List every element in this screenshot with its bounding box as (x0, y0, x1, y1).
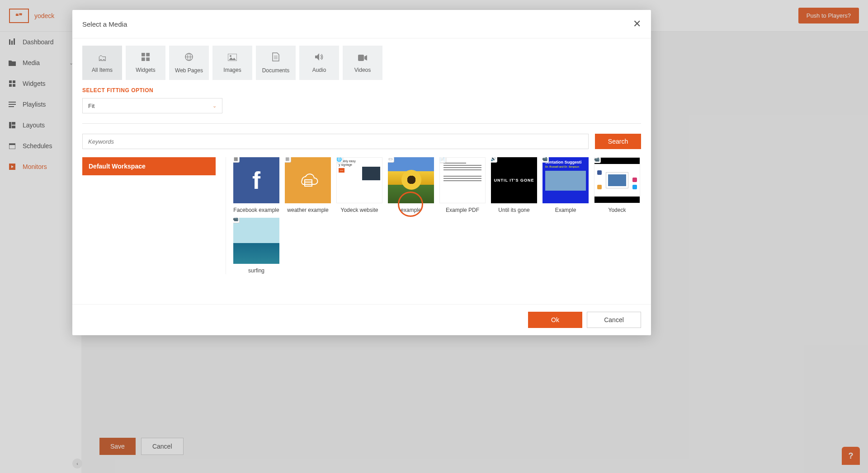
media-item-yodeck-website[interactable]: ratably easyy signage— 🌐 Yodeck website (335, 157, 383, 214)
svg-rect-17 (146, 53, 150, 56)
tab-videos[interactable]: Videos (343, 46, 382, 80)
thumbnail: ▦ (285, 157, 331, 203)
media-item-surfing[interactable]: 📹 surfing (232, 218, 280, 275)
thumbnail: 📄 (439, 157, 486, 203)
media-grid: f ▦ Facebook example ▦ weather example r… (226, 157, 641, 274)
fitting-select[interactable]: Fit ⌄ (82, 98, 222, 113)
tab-web-pages[interactable]: Web Pages (169, 46, 209, 80)
tab-label: Images (223, 67, 241, 73)
tab-label: Audio (312, 67, 326, 73)
workspace-column: Default Workspace (82, 157, 216, 274)
thumbnail: f ▦ (233, 157, 279, 203)
video-icon (358, 53, 367, 63)
media-label: Yodeck website (341, 207, 378, 214)
fitting-value: Fit (88, 103, 94, 109)
media-label: example (401, 207, 421, 214)
media-label: Facebook example (233, 207, 279, 214)
tab-label: Videos (354, 67, 371, 73)
ok-button[interactable]: Ok (528, 312, 582, 328)
modal-footer: Ok Cancel (72, 304, 651, 335)
thumbnail: UNTIL IT'S GONE 🔊 (491, 157, 537, 203)
tab-label: All Items (92, 67, 113, 73)
media-item-example-image[interactable]: ▭ example (387, 157, 435, 214)
tab-label: Widgets (136, 67, 155, 73)
close-icon: ✕ (633, 18, 641, 29)
thumbnail: sentation Suggesti Dr. Russell and Dr. S… (542, 157, 589, 203)
modal-body: 🗂 All Items Widgets Web Pages Images (72, 38, 651, 304)
document-badge-icon: 📄 (439, 157, 446, 163)
tab-label: Documents (262, 67, 290, 74)
thumbnail: 📹 (233, 218, 279, 264)
fitting-option-label: SELECT FITTING OPTION (82, 87, 641, 94)
grid-icon (142, 53, 150, 63)
modal-title: Select a Media (82, 20, 127, 28)
video-badge-icon: 📹 (542, 157, 549, 163)
video-badge-icon: 📹 (233, 218, 240, 223)
thumbnail: ratably easyy signage— 🌐 (336, 157, 382, 203)
media-item-yodeck-video[interactable]: 📹 Yodeck (593, 157, 641, 214)
image-badge-icon: ▭ (388, 157, 394, 163)
webpage-badge-icon: 🌐 (336, 157, 343, 163)
search-button[interactable]: Search (595, 134, 641, 149)
svg-rect-29 (305, 180, 312, 186)
tab-images[interactable]: Images (212, 46, 252, 80)
audio-badge-icon: 🔊 (491, 157, 497, 163)
media-label: Example (555, 207, 576, 214)
folder-icon: 🗂 (98, 53, 107, 63)
media-item-example-video[interactable]: sentation Suggesti Dr. Russell and Dr. S… (542, 157, 590, 214)
media-label: Example PDF (446, 207, 479, 214)
tab-label: Web Pages (175, 67, 203, 74)
media-item-facebook[interactable]: f ▦ Facebook example (232, 157, 280, 214)
tab-widgets[interactable]: Widgets (126, 46, 165, 80)
search-row: Search (82, 134, 641, 149)
svg-rect-19 (146, 57, 150, 61)
thumbnail: 📹 (594, 157, 640, 203)
media-label: surfing (248, 267, 264, 275)
modal-header: Select a Media ✕ (72, 10, 651, 38)
media-item-until-its-gone[interactable]: UNTIL IT'S GONE 🔊 Until its gone (490, 157, 538, 214)
thumbnail: ▭ (388, 157, 434, 203)
media-label: Yodeck (609, 207, 626, 214)
tab-all-items[interactable]: 🗂 All Items (82, 46, 122, 80)
workspace-default[interactable]: Default Workspace (82, 157, 216, 175)
content-row: Default Workspace f ▦ Facebook example ▦… (82, 157, 641, 274)
chevron-down-icon: ⌄ (212, 103, 217, 109)
media-type-tabs: 🗂 All Items Widgets Web Pages Images (82, 46, 641, 80)
audio-icon (315, 53, 324, 63)
media-item-pdf[interactable]: 📄 Example PDF (439, 157, 486, 214)
tab-documents[interactable]: Documents (256, 46, 296, 80)
video-badge-icon: 📹 (594, 157, 601, 163)
image-icon (228, 53, 237, 63)
tab-audio[interactable]: Audio (299, 46, 339, 80)
svg-rect-28 (358, 55, 364, 61)
close-button[interactable]: ✕ (633, 18, 641, 30)
media-label: weather example (287, 207, 328, 214)
cancel-button[interactable]: Cancel (587, 312, 641, 328)
globe-icon (184, 52, 193, 64)
document-icon (272, 52, 279, 64)
svg-rect-18 (142, 57, 145, 61)
svg-rect-16 (142, 53, 145, 56)
widget-badge-icon: ▦ (233, 157, 240, 163)
divider (82, 123, 641, 124)
select-media-modal: Select a Media ✕ 🗂 All Items Widgets Web… (72, 10, 651, 335)
search-input[interactable] (82, 134, 589, 149)
svg-point-24 (230, 55, 231, 57)
media-label: Until its gone (498, 207, 529, 214)
media-item-weather[interactable]: ▦ weather example (284, 157, 332, 214)
widget-badge-icon: ▦ (285, 157, 291, 163)
